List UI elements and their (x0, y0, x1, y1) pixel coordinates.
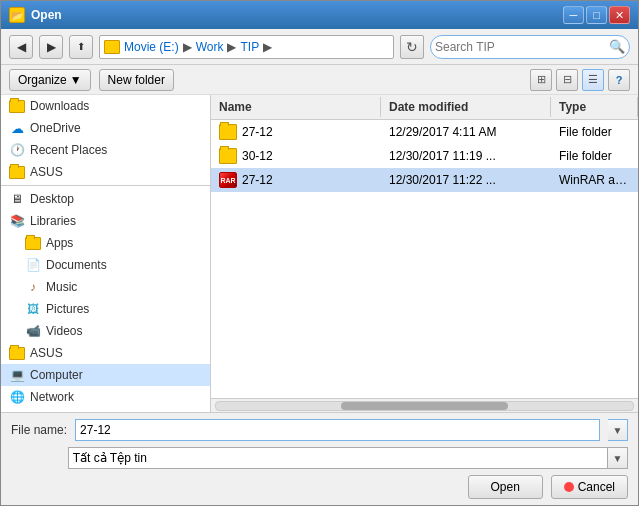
file-date-row2: 12/30/2017 11:19 ... (381, 147, 551, 165)
sidebar-label-computer: Computer (30, 368, 83, 382)
sidebar-label-onedrive: OneDrive (30, 121, 81, 135)
breadcrumb-bar[interactable]: Movie (E:) ▶ Work ▶ TIP ▶ (99, 35, 394, 59)
filename-dropdown-button[interactable]: ▼ (608, 419, 628, 441)
maximize-button[interactable]: □ (586, 6, 607, 24)
table-row[interactable]: 30-12 12/30/2017 11:19 ... File folder (211, 144, 638, 168)
recent-places-icon: 🕐 (9, 142, 25, 158)
new-folder-button[interactable]: New folder (99, 69, 174, 91)
view-controls: ⊞ ⊟ ☰ ? (530, 69, 630, 91)
breadcrumb-work[interactable]: Work (196, 40, 224, 54)
file-list-header: Name Date modified Type (211, 95, 638, 120)
horizontal-scrollbar[interactable] (211, 398, 638, 412)
header-date[interactable]: Date modified (381, 97, 551, 117)
cancel-dot-icon (564, 482, 574, 492)
file-list-container: Name Date modified Type 27-12 12/29/2017… (211, 95, 638, 412)
sidebar-item-computer[interactable]: 💻 Computer (1, 364, 210, 386)
forward-button[interactable]: ▶ (39, 35, 63, 59)
sidebar-label-music: Music (46, 280, 77, 294)
filetype-display: Tất cả Tệp tin (68, 447, 608, 469)
computer-icon: 💻 (9, 367, 25, 383)
up-button[interactable]: ⬆ (69, 35, 93, 59)
breadcrumb-folder-icon (104, 40, 120, 54)
asus2-icon (9, 345, 25, 361)
search-bar[interactable]: 🔍 (430, 35, 630, 59)
sidebar-label-apps: Apps (46, 236, 73, 250)
file-list: 27-12 12/29/2017 4:11 AM File folder 30-… (211, 120, 638, 398)
close-button[interactable]: ✕ (609, 6, 630, 24)
scrollbar-track (215, 401, 634, 411)
window-icon: 📂 (9, 7, 25, 23)
search-input[interactable] (435, 40, 605, 54)
cancel-button[interactable]: Cancel (551, 475, 628, 499)
organize-label: Organize (18, 73, 67, 87)
file-name-cell: 30-12 (211, 146, 381, 166)
table-row[interactable]: 27-12 12/29/2017 4:11 AM File folder (211, 120, 638, 144)
network-icon: 🌐 (9, 389, 25, 405)
sidebar-item-desktop[interactable]: 🖥 Desktop (1, 188, 210, 210)
open-dialog: 📂 Open ─ □ ✕ ◀ ▶ ⬆ Movie (E:) ▶ Work ▶ T… (0, 0, 639, 506)
filename-label: File name: (11, 423, 67, 437)
header-name[interactable]: Name (211, 97, 381, 117)
view-btn-2[interactable]: ⊟ (556, 69, 578, 91)
file-date-row3: 12/30/2017 11:22 ... (381, 171, 551, 189)
breadcrumb-arrow1: ▶ (183, 40, 192, 54)
sidebar-item-libraries[interactable]: 📚 Libraries (1, 210, 210, 232)
breadcrumb-movie[interactable]: Movie (E:) (124, 40, 179, 54)
filetype-dropdown-button[interactable]: ▼ (608, 447, 628, 469)
desktop-icon: 🖥 (9, 191, 25, 207)
title-buttons: ─ □ ✕ (563, 6, 630, 24)
pictures-icon: 🖼 (25, 301, 41, 317)
sidebar-label-videos: Videos (46, 324, 82, 338)
file-date-row1: 12/29/2017 4:11 AM (381, 123, 551, 141)
scrollbar-thumb[interactable] (341, 402, 508, 410)
minimize-button[interactable]: ─ (563, 6, 584, 24)
search-icon[interactable]: 🔍 (609, 39, 625, 54)
sidebar-label-network: Network (30, 390, 74, 404)
sidebar-item-network[interactable]: 🌐 Network (1, 386, 210, 408)
breadcrumb-parts: Movie (E:) ▶ Work ▶ TIP ▶ (124, 40, 274, 54)
sidebar-item-asus2[interactable]: ASUS (1, 342, 210, 364)
sidebar-item-recent-places[interactable]: 🕐 Recent Places (1, 139, 210, 161)
sidebar-label-desktop: Desktop (30, 192, 74, 206)
refresh-button[interactable]: ↻ (400, 35, 424, 59)
folder-icon-row1 (219, 124, 237, 140)
file-name-row2: 30-12 (242, 149, 273, 163)
window-title: Open (31, 8, 62, 22)
file-type-row3: WinRAR archive (551, 171, 638, 189)
sidebar-item-pictures[interactable]: 🖼 Pictures (1, 298, 210, 320)
file-name-row1: 27-12 (242, 125, 273, 139)
filename-row: File name: ▼ (11, 419, 628, 441)
view-btn-1[interactable]: ⊞ (530, 69, 552, 91)
sidebar-label-documents: Documents (46, 258, 107, 272)
sidebar: Downloads ☁ OneDrive 🕐 Recent Places ASU… (1, 95, 211, 412)
sidebar-item-asus[interactable]: ASUS (1, 161, 210, 183)
organize-button[interactable]: Organize ▼ (9, 69, 91, 91)
breadcrumb-tip[interactable]: TIP (240, 40, 259, 54)
filetype-value: Tất cả Tệp tin (73, 451, 147, 465)
sidebar-label-asus: ASUS (30, 165, 63, 179)
help-button[interactable]: ? (608, 69, 630, 91)
sidebar-item-music[interactable]: ♪ Music (1, 276, 210, 298)
sidebar-item-apps[interactable]: Apps (1, 232, 210, 254)
sidebar-label-pictures: Pictures (46, 302, 89, 316)
action-buttons-row: Open Cancel (11, 475, 628, 499)
file-type-row1: File folder (551, 123, 638, 141)
bottom-panel: File name: ▼ File type: Tất cả Tệp tin ▼… (1, 412, 638, 505)
filename-input[interactable] (75, 419, 600, 441)
sidebar-item-videos[interactable]: 📹 Videos (1, 320, 210, 342)
open-button[interactable]: Open (468, 475, 543, 499)
breadcrumb-arrow2: ▶ (227, 40, 236, 54)
sidebar-item-downloads[interactable]: Downloads (1, 95, 210, 117)
view-btn-3[interactable]: ☰ (582, 69, 604, 91)
documents-icon: 📄 (25, 257, 41, 273)
header-type[interactable]: Type (551, 97, 638, 117)
back-button[interactable]: ◀ (9, 35, 33, 59)
videos-icon: 📹 (25, 323, 41, 339)
sidebar-item-documents[interactable]: 📄 Documents (1, 254, 210, 276)
file-name-row3: 27-12 (242, 173, 273, 187)
sidebar-label-recent-places: Recent Places (30, 143, 107, 157)
sidebar-item-onedrive[interactable]: ☁ OneDrive (1, 117, 210, 139)
onedrive-icon: ☁ (9, 120, 25, 136)
table-row[interactable]: RAR 27-12 12/30/2017 11:22 ... WinRAR ar… (211, 168, 638, 192)
apps-icon (25, 235, 41, 251)
